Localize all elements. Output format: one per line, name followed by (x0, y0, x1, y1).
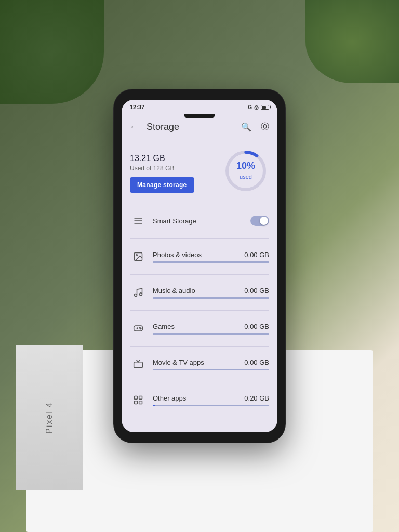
photos-videos-icon (130, 248, 147, 265)
toggle-knob (260, 217, 268, 225)
storage-item-files[interactable]: Files 0.00 GB (130, 422, 269, 428)
photos-videos-label: Photos & videos (153, 251, 202, 259)
smart-storage-label: Smart Storage (153, 217, 196, 225)
app-bar-actions: 🔍 ⓪ (238, 118, 273, 135)
storage-item-games[interactable]: Games 0.00 GB (130, 315, 269, 342)
svg-point-6 (136, 255, 138, 256)
music-audio-content: Music & audio 0.00 GB (153, 287, 269, 299)
storage-number: 13.21 (130, 154, 151, 163)
page-title: Storage (147, 122, 234, 132)
games-value: 0.00 GB (244, 323, 269, 330)
other-apps-bar (153, 405, 269, 406)
svg-point-8 (140, 293, 142, 296)
battery-icon (261, 105, 269, 110)
storage-donut-chart: 10% used (222, 148, 269, 194)
back-arrow-icon: ← (129, 122, 139, 132)
games-icon (130, 320, 147, 337)
photos-videos-bar (153, 261, 269, 263)
phone-screen: 12:37 G ◎ ← Storage 🔍 (122, 100, 277, 432)
donut-text: 10% used (236, 161, 255, 181)
storage-item-other-apps[interactable]: Other apps 0.20 GB (130, 387, 269, 414)
manage-storage-button[interactable]: Manage storage (130, 177, 194, 193)
status-time: 12:37 (130, 104, 144, 110)
games-content: Games 0.00 GB (153, 323, 269, 335)
search-button[interactable]: 🔍 (238, 118, 255, 135)
phone-notch (184, 114, 215, 118)
search-icon: 🔍 (241, 122, 251, 132)
photos-videos-content: Photos & videos 0.00 GB (153, 251, 269, 263)
movie-tv-content: Movie & TV apps 0.00 GB (153, 358, 269, 370)
movie-tv-value: 0.00 GB (244, 358, 269, 366)
donut-label: used (240, 174, 252, 180)
svg-point-13 (140, 328, 141, 329)
photos-videos-value: 0.00 GB (244, 251, 269, 259)
divider-3 (130, 346, 269, 347)
status-icons: G ◎ (248, 104, 269, 110)
help-icon: ⓪ (261, 122, 269, 132)
svg-rect-15 (135, 396, 138, 400)
pixel-box: Pixel 4 (16, 345, 83, 490)
svg-rect-14 (134, 362, 143, 368)
svg-point-7 (135, 294, 137, 297)
pixel-box-label: Pixel 4 (45, 402, 54, 434)
donut-percent: 10% (236, 161, 255, 171)
battery-fill (262, 106, 266, 109)
storage-summary: 13.21 GB Used of 128 GB Manage storage (130, 148, 269, 194)
svg-rect-18 (139, 401, 142, 404)
divider-5 (130, 418, 269, 418)
plant-bg-right (305, 0, 399, 83)
storage-items-list: Smart Storage Photos & videos 0.00 GB (130, 207, 269, 428)
svg-rect-17 (135, 401, 138, 404)
storage-amount: 13.21 GB (130, 149, 222, 164)
music-audio-icon (130, 284, 147, 301)
other-apps-label: Other apps (153, 394, 186, 402)
other-apps-bar-fill (153, 405, 155, 406)
movie-tv-label: Movie & TV apps (153, 358, 204, 366)
scene: Pixel 4 12:37 G ◎ ← (0, 0, 399, 532)
games-bar (153, 333, 269, 335)
help-button[interactable]: ⓪ (257, 118, 273, 135)
storage-item-music-audio[interactable]: Music & audio 0.00 GB (130, 279, 269, 306)
storage-subtitle: Used of 128 GB (130, 165, 222, 172)
storage-item-smart-storage[interactable]: Smart Storage (130, 207, 269, 234)
phone-device: 12:37 G ◎ ← Storage 🔍 (114, 89, 285, 443)
plant-bg-left (0, 0, 104, 104)
movie-tv-icon (130, 356, 147, 373)
files-icon (130, 428, 147, 428)
content-area: 13.21 GB Used of 128 GB Manage storage (122, 139, 277, 428)
other-apps-icon (130, 392, 147, 408)
games-label: Games (153, 323, 175, 330)
divider-0 (130, 238, 269, 239)
toggle-separator (246, 216, 246, 226)
music-audio-value: 0.00 GB (244, 287, 269, 295)
movie-tv-bar (153, 369, 269, 370)
smart-storage-toggle[interactable] (250, 216, 269, 226)
location-icon: ◎ (254, 104, 259, 110)
google-icon: G (248, 104, 252, 110)
status-bar: 12:37 G ◎ (122, 100, 277, 114)
top-divider (130, 203, 269, 203)
storage-unit: GB (151, 154, 165, 163)
other-apps-value: 0.20 GB (244, 394, 269, 402)
storage-item-photos-videos[interactable]: Photos & videos 0.00 GB (130, 243, 269, 270)
back-button[interactable]: ← (126, 118, 142, 135)
other-apps-content: Other apps 0.20 GB (153, 394, 269, 406)
svg-rect-16 (139, 396, 142, 400)
music-audio-label: Music & audio (153, 287, 195, 295)
storage-item-movie-tv[interactable]: Movie & TV apps 0.00 GB (130, 351, 269, 378)
divider-4 (130, 382, 269, 382)
music-audio-bar (153, 297, 269, 299)
storage-info: 13.21 GB Used of 128 GB Manage storage (130, 149, 222, 193)
divider-1 (130, 274, 269, 275)
smart-storage-icon (130, 212, 147, 229)
divider-2 (130, 310, 269, 311)
smart-storage-content: Smart Storage (153, 216, 269, 226)
